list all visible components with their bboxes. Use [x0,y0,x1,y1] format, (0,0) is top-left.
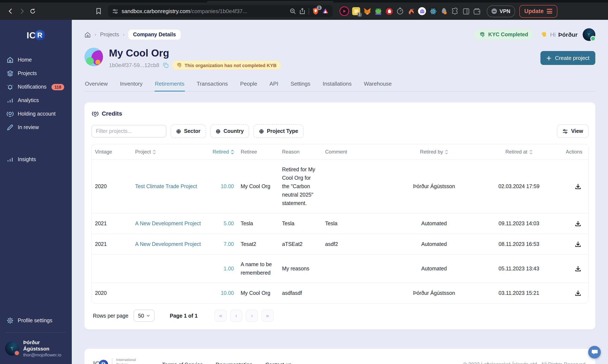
url-text[interactable]: sandbox.carbonregistry.com/companies/1b0… [122,8,286,14]
ext-notes-badge: 1 [357,13,362,17]
tab-overview[interactable]: Overview [84,77,108,91]
ext-rabbit-icon[interactable] [440,7,448,15]
cell-retired-by: Automated [393,263,475,274]
brave-rewards-icon[interactable] [322,8,328,14]
tab-transactions[interactable]: Transactions [196,77,229,91]
header-avatar[interactable] [583,28,595,41]
tab-inventory[interactable]: Inventory [120,77,143,91]
sidebar-item-projects[interactable]: Projects [0,67,72,80]
filter-projects-input[interactable] [91,125,166,138]
ext-ghost-icon[interactable] [418,7,426,15]
download-button[interactable] [573,240,583,249]
reload-button[interactable] [27,6,38,17]
ext-adblock-hand-icon[interactable] [385,7,393,15]
tab-settings[interactable]: Settings [290,77,311,91]
col-retired-at[interactable]: Retired at [475,149,562,155]
footer: IC R International Carbon Registry Terms… [84,349,595,364]
ext-metamask-fox-icon[interactable] [363,7,371,15]
tab-installations[interactable]: Installations [322,77,352,91]
col-actions[interactable]: Actions [562,149,588,155]
col-retired[interactable]: Retired [207,149,237,155]
download-icon [575,183,581,190]
credits-title: Credits [102,110,122,117]
filter-project-type-button[interactable]: ⊕Project Type [254,124,304,138]
download-button[interactable] [573,182,583,191]
sidebar-item-in-review[interactable]: In review [0,121,72,134]
rows-per-page-select[interactable]: 50 [134,310,155,322]
sidebar-item-home[interactable]: Home [0,53,72,67]
col-retiree: Retiree [237,149,279,155]
prev-page-button[interactable]: ‹ [230,310,242,322]
sidebar-user[interactable]: Þórður Ágústsson thor@mojoflower.io [0,338,72,359]
ext-frog-icon[interactable] [374,7,382,15]
sidebar-item-insights[interactable]: Insights [0,153,72,166]
ext-play-icon[interactable] [339,6,349,16]
url-bar[interactable]: sandbox.carbonregistry.com/companies/1b0… [108,5,333,17]
create-project-button[interactable]: Create project [541,51,595,65]
download-button[interactable] [573,219,583,228]
sidebar-item-analytics[interactable]: Analytics [0,94,72,107]
cell-retired-at: 08.11.2023 16:53 [475,238,562,250]
chat-widget-button[interactable] [588,346,601,359]
brave-shield-button[interactable]: 1 [312,8,319,15]
copy-icon[interactable] [163,62,169,68]
table-header: Vintage Project Retired Retiree Reason C… [92,144,588,159]
ext-arc-flame-icon[interactable] [407,7,415,15]
back-button[interactable] [5,6,16,17]
greeting: Hi Þórður [541,31,578,38]
footer-link-terms[interactable]: Terms of Service [162,361,203,364]
vpn-button[interactable]: VPN [487,5,515,17]
filter-sector-button[interactable]: ⊕Sector [171,124,206,138]
cell-comment: Tesla [322,218,393,229]
tab-api[interactable]: API [269,77,279,91]
sidebar-item-notifications[interactable]: Notifications 118 [0,80,72,94]
view-button[interactable]: View [557,124,589,138]
cell-project-link[interactable]: A New Development Project [132,238,207,250]
logo-r-circle: R [35,30,45,40]
sidebar-divider [6,332,66,333]
update-menu-button[interactable]: Update [519,5,557,17]
ext-react-atom-icon[interactable] [429,7,437,15]
top-bar: › Projects › Company Details KYC Complet… [84,28,595,41]
next-page-button[interactable]: › [246,310,258,322]
tab-warehouse[interactable]: Warehouse [364,77,392,91]
last-page-button[interactable]: » [261,310,274,322]
ext-wallet-icon[interactable] [473,7,481,15]
ext-puzzle-icon[interactable] [451,7,459,15]
bookmark-button[interactable] [93,6,104,17]
active-tab[interactable] [207,1,334,2]
tab-retirements[interactable]: Retirements [154,77,185,91]
footer-link-documentation[interactable]: Documentation [216,361,253,364]
share-icon[interactable] [299,8,305,14]
tune-icon[interactable] [112,8,118,14]
ext-sidepanel-icon[interactable] [462,7,470,15]
cell-retired-at: 09.11.2023 14:03 [475,218,562,229]
forward-button[interactable] [16,6,27,17]
download-button[interactable] [573,288,583,298]
ext-timer-icon[interactable] [396,7,404,15]
zoom-out-icon[interactable] [290,8,296,14]
col-retired-by[interactable]: Retired by [393,149,475,155]
footer-link-contact[interactable]: Contact us [265,361,291,364]
ext-notes-icon[interactable]: 1 [352,7,360,15]
breadcrumb-projects[interactable]: Projects [100,32,119,38]
cell-project-link[interactable]: Test Climate Trade Project [132,181,207,192]
footer-logo-r-circle: R [99,360,108,364]
tab-people[interactable]: People [240,77,257,91]
company-header: My Cool Org 1b0e4f37-59...12cb8 This org… [84,48,595,70]
credits-card: Credits ⊕Sector ⊕Country ⊕Project Type V… [84,103,595,329]
filter-row: ⊕Sector ⊕Country ⊕Project Type View [91,124,589,138]
gear-icon [7,317,14,324]
sidebar-item-holding-account[interactable]: Holding account [0,107,72,121]
first-page-button[interactable]: « [215,310,227,322]
col-project[interactable]: Project [132,149,207,155]
vpn-icon [491,8,497,14]
download-button[interactable] [573,264,583,273]
filter-country-button[interactable]: ⊕Country [210,124,249,138]
cell-retiree: Tesla [237,218,279,229]
breadcrumb-home-icon[interactable] [84,31,91,38]
cell-project-link[interactable]: A New Development Project [132,218,207,229]
sidebar-item-profile-settings[interactable]: Profile settings [0,314,72,327]
kyb-warning-label: This organization has not completed KYB [185,63,277,68]
insights-icon [7,156,14,163]
